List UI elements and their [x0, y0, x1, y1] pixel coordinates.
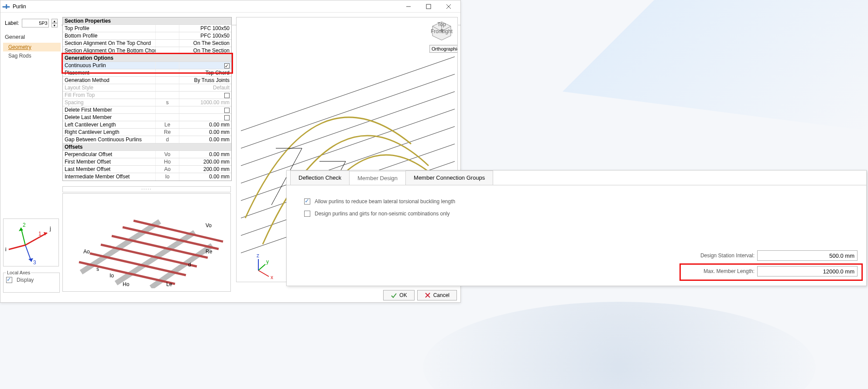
- propgrid-symbol: s: [155, 99, 179, 106]
- local-axes-legend: Local Axes: [6, 270, 31, 275]
- propgrid-value[interactable]: [179, 106, 231, 113]
- propgrid-value[interactable]: 200.00 mm: [179, 166, 231, 173]
- stepper-up-icon[interactable]: ▲: [51, 19, 58, 23]
- propgrid-row[interactable]: Fill From Top: [63, 92, 231, 99]
- cancel-button[interactable]: Cancel: [417, 290, 457, 300]
- propgrid-checkbox[interactable]: [224, 93, 230, 98]
- propgrid-value[interactable]: [179, 92, 231, 99]
- propgrid-value[interactable]: 1000.00 mm: [179, 99, 231, 106]
- tab-member-connection-groups[interactable]: Member Connection Groups: [405, 171, 493, 185]
- propgrid-row[interactable]: Bottom ProfilePFC 100x50: [63, 32, 231, 40]
- propgrid-value[interactable]: On The Section: [179, 47, 231, 54]
- propgrid-value[interactable]: PFC 100x50: [179, 32, 231, 39]
- svg-text:Front: Front: [431, 28, 443, 34]
- propgrid-value[interactable]: Default: [179, 84, 231, 91]
- propgrid-name: Section Alignment On The Bottom Chord: [63, 47, 155, 54]
- description-splitter[interactable]: ·····: [62, 186, 231, 192]
- propgrid-value[interactable]: Top Chord: [179, 69, 231, 76]
- label-d: d: [188, 262, 191, 268]
- design-nonseismic-checkbox[interactable]: [304, 211, 310, 217]
- propgrid-symbol: [155, 25, 179, 32]
- view-cube[interactable]: Top Right Front Orthographic: [429, 20, 454, 53]
- propgrid-value[interactable]: PFC 100x50: [179, 25, 231, 32]
- titlebar: Purlin: [0, 0, 460, 13]
- nav-group-header: General: [3, 31, 61, 43]
- propgrid-row[interactable]: First Member OffsetHo200.00 mm: [63, 158, 231, 166]
- dialog-footer: OK Cancel: [383, 290, 457, 300]
- propgrid-value[interactable]: 0.00 mm: [179, 151, 231, 158]
- propgrid-row[interactable]: Intermediate Member OffsetIo0.00 mm: [63, 173, 231, 181]
- stepper-down-icon[interactable]: ▼: [51, 23, 58, 27]
- propgrid-value[interactable]: [179, 114, 231, 121]
- close-button[interactable]: [439, 0, 459, 13]
- propgrid-symbol: [155, 77, 179, 84]
- propgrid-value[interactable]: 0.00 mm: [179, 121, 231, 128]
- svg-text:1: 1: [38, 231, 41, 237]
- label-stepper[interactable]: ▲ ▼: [51, 19, 58, 27]
- propgrid-value[interactable]: On The Section: [179, 40, 231, 47]
- svg-text:i: i: [5, 246, 7, 253]
- maximize-button[interactable]: [419, 0, 439, 13]
- propgrid-symbol: d: [155, 136, 179, 143]
- property-grid: Section PropertiesTop ProfilePFC 100x50B…: [62, 17, 232, 181]
- svg-text:z: z: [257, 253, 259, 259]
- propgrid-checkbox[interactable]: [224, 63, 230, 68]
- local-axes-widget: 1 2 3 i j: [3, 218, 59, 266]
- cancel-label: Cancel: [433, 292, 449, 298]
- label-input[interactable]: [22, 19, 49, 27]
- propgrid-row[interactable]: Spacings1000.00 mm: [63, 99, 231, 106]
- design-nonseismic-row: Design purlins and girts for non-seismic…: [304, 211, 849, 217]
- nav-item-sag-rods[interactable]: Sag Rods: [3, 51, 61, 60]
- display-checkbox[interactable]: [6, 277, 12, 283]
- ok-button[interactable]: OK: [383, 290, 414, 300]
- allow-purlins-label: Allow purlins to reduce beam lateral tor…: [315, 198, 455, 205]
- tab-member-design[interactable]: Member Design: [349, 171, 406, 185]
- propgrid-row[interactable]: Left Cantilever LengthLe0.00 mm: [63, 121, 231, 129]
- nav-panel: General Geometry Sag Rods: [3, 31, 61, 60]
- propgrid-name: Continuous Purlin: [63, 62, 155, 69]
- propgrid-value[interactable]: 200.00 mm: [179, 158, 231, 165]
- propgrid-row[interactable]: Generation MethodBy Truss Joints: [63, 77, 231, 84]
- propgrid-row[interactable]: Delete First Member: [63, 106, 231, 114]
- propgrid-row[interactable]: Top ProfilePFC 100x50: [63, 25, 231, 32]
- propgrid-value[interactable]: 0.00 mm: [179, 136, 231, 143]
- propgrid-symbol: [155, 114, 179, 121]
- propgrid-row[interactable]: Section Alignment On The Bottom ChordOn …: [63, 47, 231, 55]
- allow-purlins-checkbox[interactable]: [304, 198, 310, 205]
- propgrid-row[interactable]: Perpendicular OffsetVo0.00 mm: [63, 151, 231, 158]
- design-station-interval-input[interactable]: [757, 250, 858, 261]
- propgrid-value[interactable]: 0.00 mm: [179, 129, 231, 136]
- svg-rect-1: [6, 4, 7, 9]
- propgrid-value[interactable]: By Truss Joints: [179, 77, 231, 84]
- propgrid-symbol: [155, 92, 179, 99]
- orthographic-button[interactable]: Orthographic: [429, 45, 458, 53]
- propgrid-symbol: Vo: [155, 151, 179, 158]
- propgrid-symbol: Ho: [155, 158, 179, 165]
- propgrid-row[interactable]: Delete Last Member: [63, 114, 231, 121]
- minimize-button[interactable]: [398, 0, 419, 13]
- propgrid-row[interactable]: Right Cantilever LengthRe0.00 mm: [63, 129, 231, 136]
- propgrid-checkbox[interactable]: [224, 108, 230, 113]
- label-caption: Label:: [5, 20, 19, 26]
- max-member-length-input[interactable]: [757, 266, 858, 276]
- propgrid-value[interactable]: 0.00 mm: [179, 173, 231, 181]
- tab-deflection-check[interactable]: Deflection Check: [290, 171, 350, 185]
- propgrid-row[interactable]: Section Alignment On The Top ChordOn The…: [63, 40, 231, 47]
- propgrid-row[interactable]: Layout StyleDefault: [63, 84, 231, 92]
- propgrid-name: Bottom Profile: [63, 32, 155, 39]
- propgrid-row[interactable]: PlacementTop Chord: [63, 69, 231, 77]
- propgrid-row[interactable]: Continuous Purlin: [63, 62, 231, 69]
- propgrid-row[interactable]: Gap Between Continuous Purlinsd0.00 mm: [63, 136, 231, 143]
- svg-line-28: [241, 74, 455, 148]
- allow-purlins-row: Allow purlins to reduce beam lateral tor…: [304, 198, 849, 205]
- tab-body: Allow purlins to reduce beam lateral tor…: [287, 185, 866, 284]
- propgrid-checkbox[interactable]: [224, 115, 230, 120]
- display-label: Display: [17, 277, 34, 283]
- propgrid-row[interactable]: Last Member OffsetAo200.00 mm: [63, 166, 231, 173]
- propgrid-symbol: Ao: [155, 166, 179, 173]
- propgrid-value[interactable]: [179, 62, 231, 69]
- nav-item-geometry[interactable]: Geometry: [3, 43, 61, 51]
- svg-line-27: [241, 57, 455, 131]
- label-row: Label: ▲ ▼: [5, 19, 58, 27]
- svg-text:y: y: [266, 259, 269, 265]
